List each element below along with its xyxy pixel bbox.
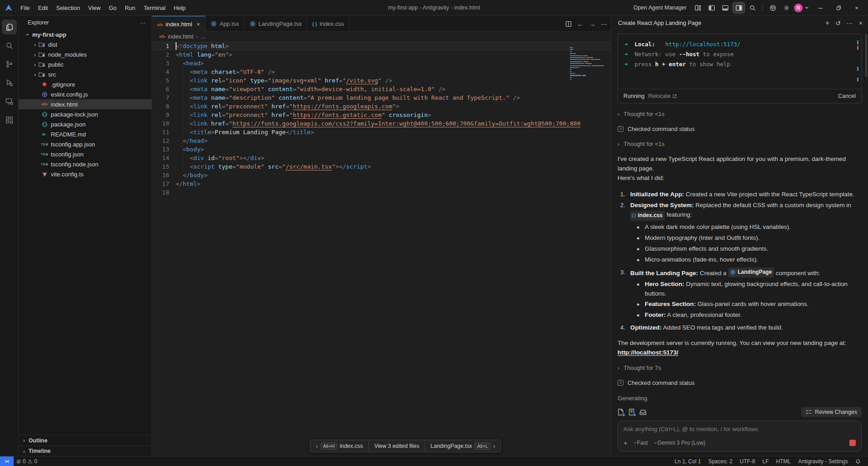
activity-extensions-icon[interactable] bbox=[2, 112, 17, 127]
split-editor-icon[interactable] bbox=[565, 21, 572, 27]
tree-item-tsconfig.json[interactable]: TS⚙tsconfig.json bbox=[19, 149, 152, 159]
close-button[interactable]: × bbox=[850, 2, 863, 14]
sidebar-section-timeline[interactable]: ›Timeline bbox=[19, 446, 152, 456]
tree-item-public[interactable]: ›public bbox=[19, 59, 152, 69]
thought-row[interactable]: ›Thought for <1s bbox=[618, 109, 862, 118]
new-task-icon[interactable]: + bbox=[825, 19, 829, 27]
nav-back-icon[interactable]: ← bbox=[577, 20, 584, 28]
changed-file-icon[interactable] bbox=[618, 408, 624, 416]
command-status-row[interactable]: Checked command status bbox=[618, 378, 862, 387]
line-number: 7 bbox=[152, 93, 169, 102]
code-editor[interactable]: 1<!doctype html>2<html lang="en">3 <head… bbox=[152, 42, 611, 456]
code-chip[interactable]: LandingPage bbox=[728, 267, 774, 277]
history-icon[interactable]: ↺ bbox=[835, 19, 841, 27]
nav-forward-icon[interactable]: → bbox=[589, 20, 595, 28]
status-lf[interactable]: LF bbox=[759, 458, 772, 465]
tree-label: node_modules bbox=[48, 51, 87, 58]
tree-item-eslint.config.js[interactable]: eslint.config.js bbox=[19, 89, 152, 99]
relocate-button[interactable]: Relocate bbox=[648, 93, 677, 99]
user-avatar[interactable]: N bbox=[794, 4, 803, 12]
agent-panel: Create React App Landing Page + ↺ ⋯ × ➜ … bbox=[611, 16, 868, 456]
tree-item-src[interactable]: ›src bbox=[19, 69, 152, 79]
toggle-right-panel-icon[interactable] bbox=[733, 2, 745, 13]
sidebar-section-outline[interactable]: ›Outline bbox=[19, 435, 152, 446]
tree-item-README.md[interactable]: M↓README.md bbox=[19, 129, 152, 139]
chat-input[interactable]: Ask anything (Ctrl+L), @ to mention, / f… bbox=[618, 421, 862, 451]
tree-item-tsconfig.app.json[interactable]: TS⚙tsconfig.app.json bbox=[19, 139, 152, 149]
tab-LandingPage.tsx[interactable]: LandingPage.tsx bbox=[245, 16, 307, 31]
panel-close-icon[interactable]: × bbox=[859, 19, 863, 27]
activity-remote-icon[interactable] bbox=[2, 94, 17, 109]
search-icon[interactable] bbox=[746, 2, 758, 13]
explorer-more-actions-button[interactable]: ⋯ bbox=[140, 19, 147, 26]
stop-generation-button[interactable] bbox=[849, 440, 856, 446]
tree-item-node_modules[interactable]: ›node_modules bbox=[19, 49, 152, 59]
menu-file[interactable]: File bbox=[16, 3, 34, 13]
changed-file-icon[interactable] bbox=[628, 408, 635, 416]
breadcrumb-more[interactable]: … bbox=[201, 34, 206, 40]
activity-search-icon[interactable] bbox=[2, 38, 17, 53]
tree-item-vite.config.ts[interactable]: vite.config.ts bbox=[19, 169, 152, 179]
menu-go[interactable]: Go bbox=[105, 3, 121, 13]
problems-indicator[interactable]: ⊘0 ⚠0 bbox=[14, 456, 40, 466]
toggle-bottom-panel-icon[interactable] bbox=[719, 2, 731, 13]
open-agent-manager-button[interactable]: Open Agent Manager bbox=[633, 5, 687, 11]
panel-more-icon[interactable]: ⋯ bbox=[847, 19, 853, 27]
tab-close-icon[interactable]: × bbox=[196, 21, 200, 28]
bullet-item: ●Modern typography (Inter and Outfit fon… bbox=[637, 233, 862, 243]
panel-scrollbar[interactable] bbox=[865, 34, 867, 77]
browser-shield-icon[interactable] bbox=[767, 2, 779, 13]
attach-plus-icon[interactable]: + bbox=[623, 439, 628, 447]
tree-item-tsconfig.node.json[interactable]: TS⚙tsconfig.node.json bbox=[19, 159, 152, 169]
status-ln-1-col-1[interactable]: Ln 1, Col 1 bbox=[671, 458, 705, 465]
view-edited-files-button[interactable]: View 3 edited files bbox=[369, 440, 425, 452]
next-edited-file-button[interactable]: LandingPage.tsxAlt+L› bbox=[425, 440, 501, 452]
menu-terminal[interactable]: Terminal bbox=[139, 3, 169, 13]
settings-gear-icon[interactable] bbox=[780, 2, 792, 13]
command-status-row[interactable]: Checked command status bbox=[618, 124, 862, 133]
tab-index.html[interactable]: </>index.html× bbox=[152, 16, 206, 32]
code-chip[interactable]: { }index.css bbox=[630, 211, 665, 221]
activity-files-icon[interactable] bbox=[2, 19, 17, 34]
prev-edited-file-button[interactable]: ‹Alt+Hindex.css bbox=[310, 440, 369, 452]
remote-indicator[interactable]: >< bbox=[0, 456, 14, 466]
notifications-bell-icon[interactable] bbox=[852, 458, 864, 464]
tree-item-package-lock.json[interactable]: package-lock.json bbox=[19, 109, 152, 119]
layout-icon[interactable] bbox=[692, 2, 704, 13]
menu-edit[interactable]: Edit bbox=[34, 3, 52, 13]
menu-run[interactable]: Run bbox=[121, 3, 139, 13]
status-spaces-2[interactable]: Spaces: 2 bbox=[705, 458, 736, 465]
tab-App.tsx[interactable]: App.tsx bbox=[206, 16, 245, 31]
activity-scm-icon[interactable] bbox=[2, 57, 17, 72]
tree-item-package.json[interactable]: package.json bbox=[19, 119, 152, 129]
mode-selector[interactable]: ‹Fast bbox=[634, 440, 648, 446]
breadcrumb[interactable]: </> index.html › … bbox=[152, 32, 611, 42]
minimap[interactable] bbox=[570, 47, 605, 83]
status-utf-8[interactable]: UTF-8 bbox=[736, 458, 759, 465]
tree-item-dist[interactable]: ›dist bbox=[19, 39, 152, 49]
tree-item-.gitignore[interactable]: .gitignore bbox=[19, 79, 152, 89]
thought-row[interactable]: ›Thought for 7s bbox=[618, 363, 862, 372]
minimize-button[interactable]: ─ bbox=[814, 2, 827, 14]
inbox-icon[interactable] bbox=[639, 409, 647, 416]
status-html[interactable]: HTML bbox=[772, 458, 794, 465]
activity-debug-icon[interactable] bbox=[2, 75, 17, 90]
tree-item-my-first-app[interactable]: ›my-first-app bbox=[19, 29, 152, 39]
thought-row[interactable]: ›Thought for <1s bbox=[618, 139, 862, 148]
restore-button[interactable] bbox=[832, 2, 845, 14]
editor-more-icon[interactable]: ⋯ bbox=[601, 20, 607, 28]
cancel-button[interactable]: Cancel bbox=[838, 93, 856, 99]
breadcrumb-file[interactable]: index.html bbox=[168, 34, 193, 40]
model-selector[interactable]: ‹Gemini 3 Pro (Low) bbox=[654, 440, 706, 446]
tree-item-index.html[interactable]: </>index.html bbox=[19, 99, 152, 109]
menu-help[interactable]: Help bbox=[170, 3, 190, 13]
menu-selection[interactable]: Selection bbox=[52, 3, 84, 13]
code-text: <!doctype html> bbox=[169, 42, 229, 50]
menu-view[interactable]: View bbox=[84, 3, 105, 13]
localhost-link[interactable]: http://localhost:5173/ bbox=[618, 349, 678, 356]
account-chevron-down-icon[interactable] bbox=[804, 5, 809, 10]
review-changes-button[interactable]: Review Changes bbox=[801, 407, 862, 417]
toggle-left-panel-icon[interactable] bbox=[706, 2, 717, 13]
status-antigravity-settings[interactable]: Antigravity - Settings bbox=[794, 458, 852, 465]
tab-index.css[interactable]: { }index.css bbox=[307, 16, 349, 31]
